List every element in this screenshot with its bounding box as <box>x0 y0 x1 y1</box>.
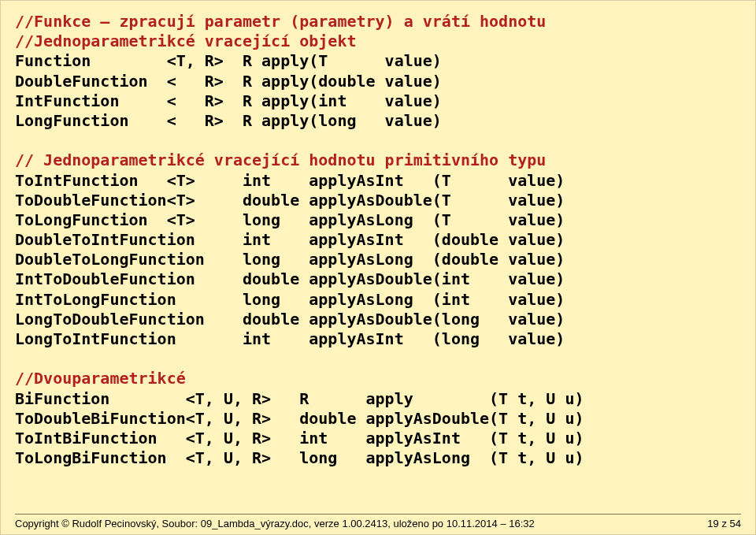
footer: Copyright © Rudolf Pecinovský, Soubor: 0… <box>15 514 741 529</box>
code-block: //Funkce – zpracují parametr (parametry)… <box>15 12 741 468</box>
footer-copyright: Copyright © Rudolf Pecinovský, Soubor: 0… <box>15 518 535 529</box>
footer-page: 19 z 54 <box>707 518 741 529</box>
slide: //Funkce – zpracují parametr (parametry)… <box>0 0 756 535</box>
